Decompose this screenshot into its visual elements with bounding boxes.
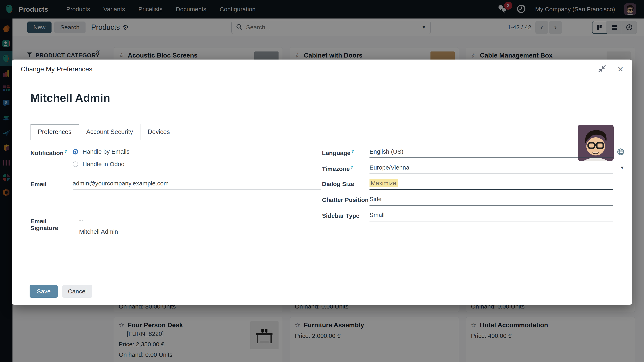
- dialog-tabs: Preferences Account Security Devices: [30, 124, 614, 140]
- email-label: Email: [30, 180, 73, 190]
- timezone-field[interactable]: Europe/Vienna ▾: [370, 164, 613, 174]
- dialog-body: Mitchell Admin Preferences Account Secur…: [12, 91, 632, 242]
- save-button[interactable]: Save: [30, 285, 58, 298]
- chatter-position-label: Chatter Position: [322, 196, 370, 203]
- close-dialog-icon[interactable]: ×: [618, 64, 623, 74]
- form-right-column: Language? English (US) Timezone? Europe/…: [322, 148, 614, 242]
- notification-label: Notification?: [30, 148, 73, 173]
- dialog-footer: Save Cancel: [12, 278, 632, 305]
- chatter-position-field[interactable]: Side: [370, 196, 613, 206]
- preferences-form: Notification? Handle by Emails Handle in…: [30, 148, 614, 242]
- timezone-label: Timezone?: [322, 164, 370, 172]
- radio-label: Handle by Emails: [82, 148, 130, 155]
- help-marker-icon[interactable]: ?: [352, 149, 354, 154]
- globe-icon[interactable]: [617, 148, 625, 157]
- odoo-screen: Products Products Variants Pricelists Do…: [0, 0, 644, 362]
- preferences-dialog: Change My Preferences × Mitchell Admin: [12, 59, 632, 305]
- dialog-size-label: Dialog Size: [322, 180, 370, 187]
- notification-option-odoo[interactable]: Handle in Odoo: [73, 161, 322, 168]
- language-field[interactable]: English (US): [370, 148, 613, 158]
- tab-preferences[interactable]: Preferences: [30, 124, 79, 140]
- email-field[interactable]: admin@yourcompany.example.com: [73, 180, 320, 190]
- dialog-size-field[interactable]: Maximize: [370, 180, 613, 190]
- sidebar-type-label: Sidebar Type: [322, 212, 370, 219]
- email-signature-field[interactable]: -- Mitchell Admin: [73, 217, 322, 235]
- email-signature-label: Email Signature: [30, 217, 73, 235]
- signature-name: Mitchell Admin: [79, 228, 322, 235]
- notification-option-emails[interactable]: Handle by Emails: [73, 148, 322, 155]
- cancel-button[interactable]: Cancel: [62, 285, 92, 298]
- radio-checked-icon[interactable]: [73, 149, 78, 154]
- dialog-header: Change My Preferences ×: [12, 59, 632, 79]
- tab-devices[interactable]: Devices: [140, 124, 177, 140]
- highlighted-value: Maximize: [370, 179, 398, 187]
- compress-dialog-icon[interactable]: [598, 65, 606, 74]
- radio-label: Handle in Odoo: [82, 161, 124, 168]
- signature-separator: --: [79, 217, 322, 224]
- form-left-column: Notification? Handle by Emails Handle in…: [30, 148, 322, 242]
- help-marker-icon[interactable]: ?: [350, 165, 353, 170]
- tab-account-security[interactable]: Account Security: [79, 124, 140, 140]
- radio-unchecked-icon[interactable]: [73, 161, 78, 167]
- dialog-title: Change My Preferences: [21, 65, 92, 73]
- language-label: Language?: [322, 148, 370, 156]
- sidebar-type-field[interactable]: Small: [370, 212, 613, 221]
- user-name-heading: Mitchell Admin: [30, 91, 614, 104]
- chevron-down-icon[interactable]: ▾: [621, 164, 624, 171]
- help-marker-icon[interactable]: ?: [64, 149, 67, 154]
